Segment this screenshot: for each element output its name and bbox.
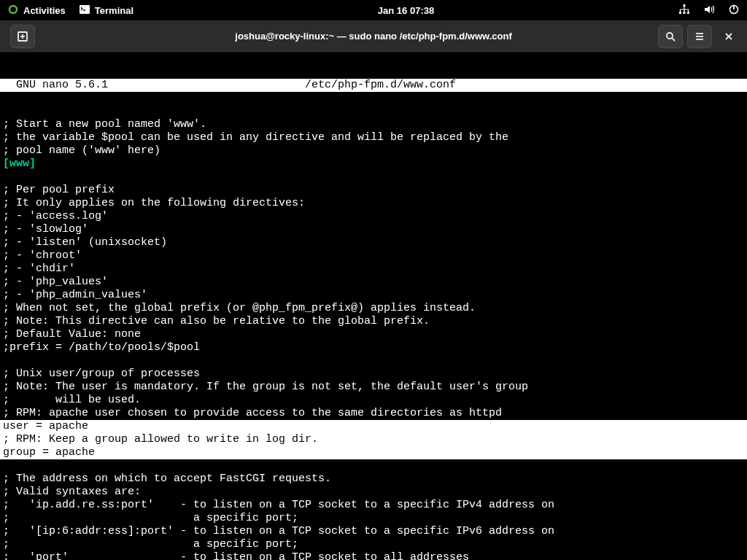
app-menu-label: Terminal — [95, 5, 133, 16]
file-section-header: [www] — [3, 158, 36, 170]
svg-rect-3 — [679, 12, 681, 14]
clock-label: Jan 16 07:38 — [378, 5, 434, 16]
menu-button[interactable] — [687, 25, 712, 48]
svg-rect-2 — [684, 4, 686, 7]
svg-rect-4 — [684, 12, 686, 14]
file-content-pre: ; Start a new pool named 'www'. ; the va… — [3, 118, 508, 157]
file-content-highlight: user = apache ; RPM: Keep a group allowe… — [0, 420, 747, 459]
svg-point-11 — [667, 33, 673, 39]
gnome-top-bar: Activities Terminal Jan 16 07:38 — [0, 0, 747, 20]
activities-label: Activities — [23, 5, 66, 16]
nano-editor[interactable]: GNU nano 5.6.1 /etc/php-fpm.d/www.conf ;… — [0, 52, 747, 560]
activities-button[interactable]: Activities — [7, 4, 66, 18]
nano-version: GNU nano 5.6.1 — [3, 79, 108, 92]
window-titlebar: joshua@rocky-linux:~ — sudo nano /etc/ph… — [0, 20, 747, 52]
nano-filepath: /etc/php-fpm.d/www.conf — [108, 79, 744, 92]
app-menu-button[interactable]: Terminal — [79, 4, 133, 18]
svg-rect-5 — [687, 12, 689, 14]
nano-header: GNU nano 5.6.1 /etc/php-fpm.d/www.conf — [0, 79, 747, 92]
network-icon[interactable] — [678, 4, 690, 18]
search-button[interactable] — [658, 25, 683, 48]
svg-point-0 — [9, 6, 17, 13]
clock[interactable]: Jan 16 07:38 — [378, 5, 434, 16]
file-content-mid: ; Per pool prefix ; It only applies on t… — [3, 184, 528, 419]
terminal-icon — [79, 4, 90, 18]
volume-icon[interactable] — [703, 4, 715, 18]
power-icon[interactable] — [728, 4, 740, 18]
file-content-post: ; The address on which to accept FastCGI… — [3, 472, 554, 560]
nano-body[interactable]: ; Start a new pool named 'www'. ; the va… — [0, 118, 747, 560]
close-button[interactable] — [716, 25, 741, 48]
activities-icon — [7, 4, 19, 18]
new-tab-button[interactable] — [10, 25, 35, 48]
window-title: joshua@rocky-linux:~ — sudo nano /etc/ph… — [108, 31, 639, 42]
svg-line-12 — [672, 38, 675, 41]
